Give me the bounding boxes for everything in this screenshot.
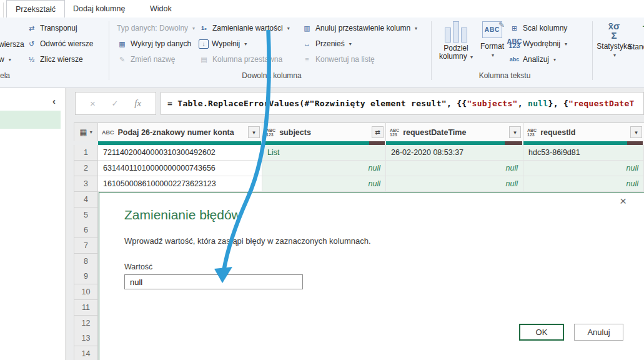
- parse-button[interactable]: abc Analizuj ▾: [509, 54, 556, 65]
- selected-query-item[interactable]: [0, 111, 61, 129]
- filter-button[interactable]: ▾: [509, 126, 521, 138]
- split-columns-button[interactable]: Podziel kolumny ▾: [436, 21, 476, 61]
- cell-request-datetime: 26-02-2020 08:53:37: [386, 145, 523, 161]
- detect-data-type-button[interactable]: ▦ Wykryj typ danych: [117, 38, 191, 49]
- detect-data-type-icon: ▦: [117, 39, 127, 49]
- expand-column-button[interactable]: ⇄: [372, 126, 384, 138]
- ok-button[interactable]: OK: [519, 324, 564, 341]
- formula-text: "requestDateT: [568, 99, 635, 108]
- format-button[interactable]: ABC ✎ Format ▾: [477, 21, 507, 59]
- merge-columns-icon: ⊞: [509, 23, 520, 33]
- tab-przeksztalc[interactable]: Przekształć: [6, 0, 65, 18]
- pencil-icon: ✎: [498, 21, 505, 29]
- queries-pane: ‹: [0, 88, 66, 360]
- statistics-icon: x̄σΣ: [608, 21, 620, 40]
- collapse-pane-chevron-icon[interactable]: ‹: [52, 96, 56, 106]
- fill-icon: ↓: [199, 39, 209, 49]
- formula-cancel-icon: ×: [90, 98, 96, 109]
- value-input[interactable]: [124, 274, 303, 289]
- extract-button[interactable]: ABC123 Wyodrębnij ▾: [509, 38, 567, 49]
- count-rows-button[interactable]: ½ Zlicz wiersze: [26, 54, 83, 65]
- row-number[interactable]: 4: [74, 192, 98, 208]
- reverse-rows-button[interactable]: ↺ Odwróć wiersze: [26, 38, 93, 49]
- clipped-label: wiersza: [0, 40, 24, 49]
- filter-button[interactable]: ▾: [630, 126, 642, 138]
- count-rows-icon: ½: [26, 54, 37, 64]
- column-header-numer-konta[interactable]: ABC Podaj 26-znakowy numer konta ▾: [98, 122, 262, 141]
- button-label: Wypełnij: [212, 39, 240, 48]
- parse-icon: abc: [509, 54, 520, 64]
- row-number[interactable]: 5: [74, 208, 98, 223]
- button-label: Typ danych: Dowolny: [117, 24, 188, 32]
- dialog-title: Zamienianie błędów: [124, 208, 241, 222]
- chevron-down-icon: ▾: [492, 52, 494, 58]
- chevron-down-icon: ▾: [553, 57, 556, 62]
- keep-rows-button-clipped[interactable]: wiersza: [0, 39, 24, 50]
- column-header-requestid[interactable]: ABC123 requestId ▾: [523, 122, 644, 141]
- row-number[interactable]: 14: [74, 346, 98, 360]
- clipped-label: w: [0, 55, 4, 64]
- cell-null: null: [523, 176, 644, 192]
- select-all-corner-button[interactable]: ▦ ▾: [74, 122, 98, 141]
- column-name: Podaj 26-znakowy numer konta: [118, 128, 234, 137]
- row-number[interactable]: 3: [74, 176, 98, 192]
- fill-button[interactable]: ↓ Wypełnij ▾: [199, 38, 247, 49]
- cell-request-id: hdc53-86i9d81: [523, 145, 644, 161]
- chevron-down-icon: ▾: [470, 54, 473, 60]
- fx-icon: fx: [134, 98, 141, 109]
- move-button[interactable]: ↔ Przenieś ▾: [302, 38, 352, 49]
- button-label: Transponuj: [40, 24, 77, 32]
- standard-button[interactable]: +÷ Standardowa: [626, 21, 644, 51]
- merge-columns-button[interactable]: ⊞ Scal kolumny: [509, 22, 567, 34]
- unpivot-columns-icon: ▥: [302, 23, 312, 33]
- transpose-icon: ⇄: [26, 23, 37, 33]
- close-icon[interactable]: ×: [620, 195, 627, 207]
- unpivot-columns-button[interactable]: ▥ Anuluj przestawienie kolumn ▾: [302, 22, 417, 34]
- cell-list-link[interactable]: List: [262, 145, 386, 161]
- row-number[interactable]: 12: [74, 316, 98, 331]
- cancel-button[interactable]: Anuluj: [574, 324, 623, 341]
- row-number[interactable]: 2: [74, 161, 98, 176]
- ribbon-tab-strip: Przekształć Dodaj kolumnę Widok: [0, 0, 644, 18]
- group-label-kolumna-tekstu: Kolumna tekstu: [436, 71, 573, 80]
- dialog-description: Wprowadź wartość, która zastąpi błędy w …: [124, 236, 371, 246]
- row-number[interactable]: 7: [74, 238, 98, 254]
- formula-text: "subjects": [467, 99, 517, 108]
- transpose-button[interactable]: ⇄ Transponuj: [26, 22, 77, 34]
- column-header-subjects[interactable]: ABC123 subjects ⇄: [262, 122, 386, 141]
- button-label: Kolumna przestawna: [212, 55, 282, 64]
- filter-button[interactable]: ▾: [248, 126, 260, 138]
- cell-null: null: [386, 176, 523, 192]
- replace-values-button[interactable]: 1₂ Zamienianie wartości ▾: [199, 22, 290, 34]
- tab-label: Dodaj kolumnę: [73, 4, 125, 13]
- row-number[interactable]: 8: [74, 254, 98, 269]
- column-header-requestdatetime[interactable]: ABC123 requestDateTime ▾: [386, 122, 523, 141]
- tab-widok[interactable]: Widok: [141, 0, 181, 17]
- tab-label: Przekształć: [16, 5, 56, 14]
- row-number[interactable]: 6: [74, 222, 98, 238]
- row-number[interactable]: 11: [74, 300, 98, 316]
- row-number[interactable]: 10: [74, 284, 98, 300]
- cell-null: null: [523, 161, 644, 176]
- column-name: requestDateTime: [403, 128, 466, 137]
- cell-account-number: 63144011010000000000743656: [98, 161, 262, 176]
- button-label: Scal kolumny: [523, 24, 567, 32]
- power-query-editor-window: Przekształć Dodaj kolumnę Widok wiersza …: [0, 0, 644, 360]
- formula-text: ,: [518, 99, 528, 108]
- formula-input[interactable]: = Table.ReplaceErrorValues(#"Rozwinięty …: [161, 92, 644, 115]
- row-number[interactable]: 9: [74, 269, 98, 284]
- text-type-icon: ABC: [102, 129, 114, 136]
- pivot-column-button: ▤ Kolumna przestawna: [199, 54, 282, 65]
- table-grid-icon: ▦: [79, 128, 87, 137]
- tab-dodaj-kolumne[interactable]: Dodaj kolumnę: [64, 0, 134, 17]
- chevron-down-icon: ▾: [613, 52, 616, 58]
- remove-rows-button-clipped[interactable]: w▾: [0, 54, 11, 65]
- filter-caret-icon: ▾: [635, 129, 638, 136]
- button-label: Analizuj: [523, 55, 549, 64]
- button-label: Format: [477, 42, 507, 51]
- row-number[interactable]: 13: [74, 331, 98, 346]
- row-number[interactable]: 1: [74, 145, 98, 161]
- cell-null: null: [386, 161, 523, 176]
- any-type-icon: ABC123: [390, 128, 399, 137]
- formula-text: = Table.ReplaceErrorValues(#"Rozwinięty …: [167, 99, 467, 108]
